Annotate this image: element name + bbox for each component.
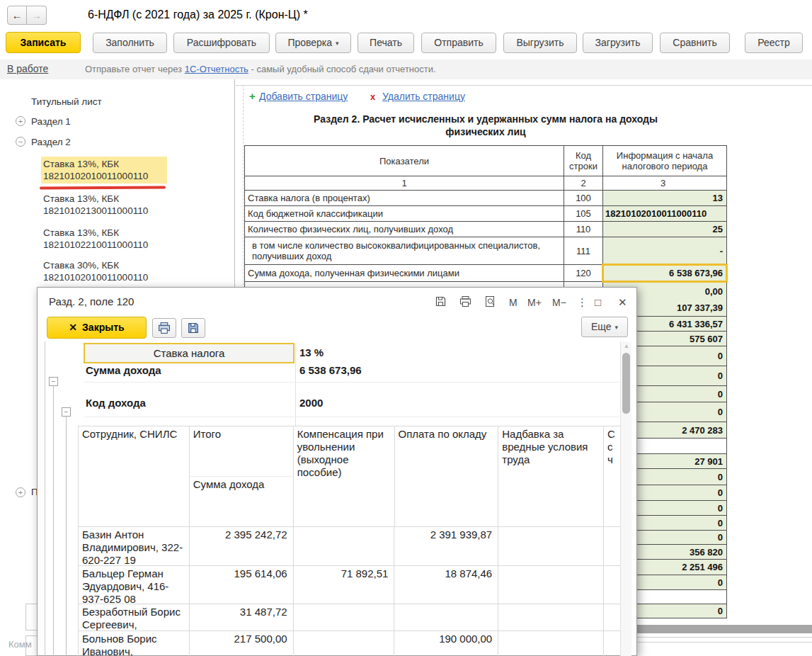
grid-cell-compensation: 71 892,51	[294, 566, 395, 604]
col-header-indicators: Показатели	[245, 146, 564, 176]
registry-button[interactable]: Реестр	[745, 33, 803, 53]
print-button[interactable]: Печать	[358, 33, 414, 53]
grid-cell-employee: Больнов Борис Иванович,	[79, 631, 190, 656]
row-100-label: Ставка налога (в процентах)	[245, 191, 564, 205]
expand-minus-icon[interactable]: −	[16, 137, 25, 147]
tree-item-section2[interactable]: Раздел 2	[31, 136, 71, 148]
grid-row[interactable]: Безработный Борис Сергеевич, 31 487,72	[79, 604, 620, 631]
popup-scrollbar-thumb[interactable]	[622, 353, 630, 414]
status-message-prefix: Отправьте отчет через	[85, 64, 182, 74]
grid-cell-total: 195 614,06	[190, 566, 294, 604]
check-button-label: Проверка	[287, 37, 332, 48]
send-button[interactable]: Отправить	[421, 33, 496, 53]
row-100-value[interactable]: 13	[603, 191, 726, 205]
bottom-divider-2	[635, 642, 812, 643]
close-icon[interactable]: ✕	[618, 296, 627, 309]
table-row-110: Количество физических лиц, получивших до…	[245, 222, 726, 237]
save-icon[interactable]	[435, 295, 447, 310]
report-top-divider	[234, 85, 812, 86]
delete-page-link[interactable]: Удалить страницу	[382, 91, 465, 102]
compare-button[interactable]: Сравнить	[660, 33, 730, 53]
status-message: Отправьте отчет через 1С-Отчетность - са…	[85, 64, 436, 74]
grid-col-clipped-line2: с	[607, 441, 617, 453]
tree-item-section1[interactable]: Раздел 1	[31, 115, 71, 128]
grid-row[interactable]: Бальцер Герман Эдуардович, 416-937-625 0…	[79, 566, 620, 604]
popup-save-button[interactable]	[181, 318, 205, 338]
popup-more-button[interactable]: Еще▾	[581, 317, 628, 337]
grid-cell-salary: 2 391 939,87	[394, 527, 498, 566]
col-num-1: 1	[245, 176, 564, 190]
save-button[interactable]: Записать	[6, 32, 81, 53]
add-page-link[interactable]: Добавить страницу	[259, 91, 348, 102]
group-collapse-icon-2[interactable]: −	[62, 407, 71, 417]
summary-rate-value[interactable]: 13 %	[299, 346, 324, 358]
row-120-value-focused[interactable]: 6 538 673,96	[603, 265, 726, 281]
unload-button[interactable]: Выгрузить	[503, 33, 577, 53]
decryption-popup-window: Разд. 2, поле 120 М М+ М− ⋮ □ ✕ ✕Закрыть…	[37, 287, 637, 656]
bottom-divider-1	[635, 637, 812, 638]
section-title-line1: Раздел 2. Расчет исчисленных и удержанны…	[244, 113, 727, 125]
grid-row[interactable]: Больнов Борис Иванович, 217 500,00 190 0…	[79, 631, 620, 656]
row-111-value[interactable]: -	[603, 237, 726, 264]
status-state-link[interactable]: В работе	[7, 63, 48, 74]
summary-rate-label-cell-selected[interactable]: Ставка налога	[84, 344, 294, 363]
load-button[interactable]: Загрузить	[583, 33, 653, 53]
group-collapse-icon-1[interactable]: −	[49, 377, 58, 386]
check-button[interactable]: Проверка▾	[275, 33, 351, 53]
grid-cell-hazard	[498, 631, 604, 656]
popup-scrollbar[interactable]: ▲	[620, 341, 631, 656]
grid-col-total: Итого	[190, 426, 294, 477]
grid-col-total-sub: Сумма дохода	[190, 477, 294, 527]
row-105-label: Код бюджетной классификации	[245, 206, 564, 221]
popup-close-button[interactable]: ✕Закрыть	[47, 317, 147, 339]
tree-item-rate-30-kbk-010[interactable]: Ставка 30%, КБК 18210102010011000110	[43, 259, 172, 283]
scale-m-minus-button[interactable]: М−	[552, 297, 566, 308]
add-page-icon: +	[249, 90, 256, 102]
decrypt-button[interactable]: Расшифровать	[173, 33, 270, 53]
col-header-info: Информация с начала налогового периода	[603, 146, 726, 176]
page-title: 6-НДФЛ (с 2021 года) за 2025 г. (Крон-Ц)…	[88, 9, 308, 21]
scale-m-button[interactable]: М	[509, 297, 517, 308]
tree-item-title-page[interactable]: Титульный лист	[31, 96, 102, 108]
col-header-code: Код строки	[564, 146, 603, 176]
expand-plus-icon[interactable]: +	[16, 116, 25, 126]
otchetnost-link[interactable]: 1С-Отчетность	[185, 64, 248, 74]
grid-cell-salary: 18 874,46	[394, 566, 498, 604]
summary-code-value[interactable]: 2000	[299, 397, 323, 409]
popup-print-button[interactable]	[152, 318, 176, 338]
row-105-value[interactable]: 18210102010011000110	[603, 206, 726, 221]
tree-item-rate-13-kbk-130[interactable]: Ставка 13%, КБК 18210102130011000110	[43, 193, 172, 217]
grid-cell-compensation	[294, 527, 395, 566]
delete-page-icon: x	[370, 91, 375, 102]
grid-col-employee: Сотрудник, СНИЛС	[79, 426, 190, 527]
print-icon[interactable]	[459, 295, 471, 310]
forward-arrow-icon[interactable]: →	[27, 6, 47, 25]
expand-plus-icon-bottom[interactable]: +	[16, 487, 25, 497]
more-menu-icon[interactable]: ⋮	[577, 296, 588, 309]
preview-icon[interactable]	[484, 295, 496, 310]
grid-cell-total: 2 395 242,72	[190, 527, 294, 566]
popup-close-label: Закрыть	[82, 322, 125, 333]
horizontal-scrollbar-thumb[interactable]	[635, 625, 812, 633]
grid-cell-salary: 190 000,00	[394, 631, 498, 656]
tree-item-clipped[interactable]: П	[31, 486, 37, 498]
grid-row[interactable]: Базин Антон Владимирович, 322-620-227 19…	[79, 527, 620, 566]
tree-item-rate-13-kbk-210[interactable]: Ставка 13%, КБК 18210102210011000110	[43, 227, 172, 251]
group-line-2	[66, 417, 67, 656]
maximize-icon[interactable]: □	[595, 296, 601, 308]
scroll-up-icon[interactable]: ▲	[624, 343, 629, 349]
grid-cell-employee: Бальцер Герман Эдуардович, 416-937-625 0…	[79, 566, 190, 604]
back-arrow-icon[interactable]: ←	[7, 6, 27, 25]
summary-income-value[interactable]: 6 538 673,96	[299, 364, 362, 376]
grid-col-clipped: С с ч	[604, 426, 620, 527]
col-num-2: 2	[564, 176, 603, 190]
fill-button[interactable]: Заполнить	[93, 33, 167, 53]
scale-m-plus-button[interactable]: М+	[527, 297, 542, 308]
table-row-111: в том числе количество высококвалифициро…	[245, 237, 726, 265]
row-110-value[interactable]: 25	[603, 222, 726, 237]
popup-more-label: Еще	[591, 321, 612, 332]
grid-cell-employee: Безработный Борис Сергеевич,	[79, 604, 190, 631]
chevron-down-icon: ▾	[336, 40, 339, 47]
grid-cell-compensation	[294, 631, 395, 656]
tree-item-rate-13-kbk-010-selected[interactable]: Ставка 13%, КБК 18210102010011000110	[41, 157, 167, 183]
